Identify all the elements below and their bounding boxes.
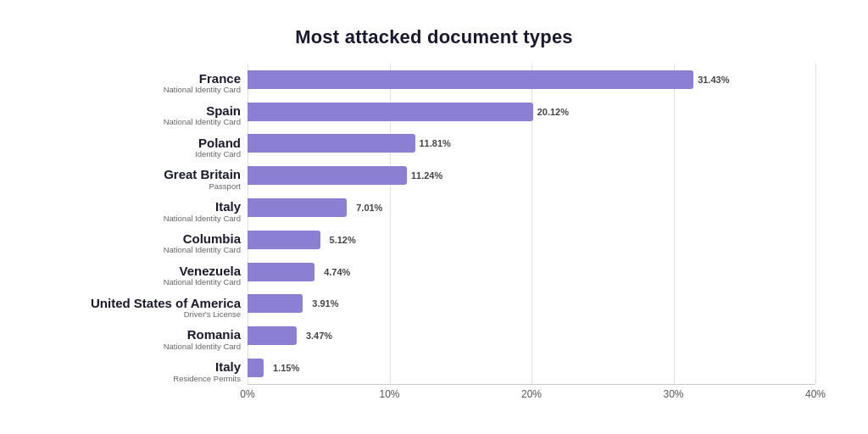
- bar-value-label: 3.47%: [306, 331, 332, 341]
- bar-row: 3.47%: [248, 320, 815, 351]
- chart-body: FranceNational Identity CardSpainNationa…: [53, 64, 815, 403]
- y-labels: FranceNational Identity CardSpainNationa…: [53, 64, 248, 403]
- bar-value-label: 20.12%: [537, 107, 569, 117]
- bar-value-label: 5.12%: [330, 235, 356, 245]
- bars-area: 31.43%20.12%11.81%11.24%7.01%5.12%4.74%3…: [248, 64, 815, 403]
- bar-value-label: 11.81%: [420, 138, 451, 148]
- y-label-group: RomaniaNational Identity Card: [164, 320, 241, 351]
- x-axis-label: 0%: [240, 388, 254, 400]
- y-label-country: Italy: [215, 200, 241, 214]
- bar: 20.12%: [248, 103, 533, 121]
- y-label-group: SpainNational Identity Card: [164, 97, 241, 127]
- y-label-country: France: [199, 72, 241, 86]
- y-label-group: United States of AmericaDriver's License: [91, 288, 241, 319]
- y-label-doc: National Identity Card: [164, 342, 241, 351]
- y-label-group: ItalyResidence Permits: [173, 353, 241, 383]
- y-label-group: PolandIdentity Card: [195, 128, 241, 159]
- bar-value-label: 3.91%: [312, 298, 338, 309]
- y-label-country: Great Britain: [164, 168, 241, 182]
- bar-row: 7.01%: [248, 192, 815, 223]
- y-label-group: ItalyNational Identity Card: [164, 192, 241, 223]
- y-label-doc: Residence Permits: [173, 375, 241, 383]
- bar-row: 11.24%: [248, 160, 815, 191]
- x-axis-label: 10%: [379, 388, 399, 400]
- y-label-country: Poland: [198, 136, 241, 151]
- bar: 7.01%: [248, 198, 347, 217]
- bar: 1.15%: [248, 359, 264, 377]
- bar-row: 3.91%: [248, 288, 815, 319]
- bar: 31.43%: [248, 70, 693, 89]
- y-label-doc: Passport: [209, 182, 242, 191]
- bar: 11.81%: [248, 134, 415, 153]
- grid-line: [815, 64, 816, 384]
- y-label-country: Spain: [206, 104, 241, 119]
- bar-row: 1.15%: [248, 353, 815, 383]
- x-axis-label: 40%: [805, 388, 826, 400]
- y-label-doc: Identity Card: [195, 150, 241, 159]
- bar: 3.47%: [248, 326, 297, 345]
- y-label-group: VenezuelaNational Identity Card: [164, 257, 241, 287]
- y-label-country: Venezuela: [179, 264, 241, 279]
- y-label-doc: National Identity Card: [164, 246, 241, 254]
- bar: 4.74%: [248, 263, 314, 281]
- bar: 11.24%: [248, 166, 407, 185]
- bar-value-label: 4.74%: [324, 267, 350, 277]
- y-label-doc: Driver's License: [184, 310, 241, 319]
- bar-row: 31.43%: [248, 64, 815, 95]
- bar-row: 4.74%: [248, 257, 815, 287]
- bar-value-label: 7.01%: [356, 203, 382, 213]
- y-label-group: Great BritainPassport: [164, 160, 241, 191]
- y-label-doc: National Identity Card: [164, 214, 241, 223]
- y-label-country: Italy: [215, 360, 241, 375]
- bar-row: 11.81%: [248, 128, 815, 159]
- x-axis-label: 20%: [521, 388, 542, 400]
- y-label-country: Columbia: [183, 232, 241, 247]
- y-label-doc: National Identity Card: [164, 118, 241, 126]
- y-label-group: FranceNational Identity Card: [164, 64, 241, 95]
- bar-row: 5.12%: [248, 225, 815, 255]
- y-label-doc: National Identity Card: [164, 278, 241, 287]
- chart-container: Most attacked document types FranceNatio…: [27, 9, 841, 425]
- y-label-group: ColumbiaNational Identity Card: [164, 225, 241, 255]
- bar-row: 20.12%: [248, 97, 815, 127]
- y-label-country: Romania: [187, 328, 241, 342]
- bars-rows: 31.43%20.12%11.81%11.24%7.01%5.12%4.74%3…: [248, 64, 815, 384]
- bar: 5.12%: [248, 231, 320, 249]
- bar-value-label: 1.15%: [273, 363, 299, 373]
- chart-title: Most attacked document types: [53, 26, 815, 48]
- bar-value-label: 11.24%: [411, 170, 442, 181]
- y-label-doc: National Identity Card: [164, 86, 241, 94]
- x-axis-labels: 0%10%20%30%40%: [248, 384, 815, 403]
- x-axis-label: 30%: [663, 388, 683, 400]
- bar: 3.91%: [248, 294, 303, 313]
- bar-value-label: 31.43%: [698, 75, 729, 85]
- y-label-country: United States of America: [91, 297, 241, 311]
